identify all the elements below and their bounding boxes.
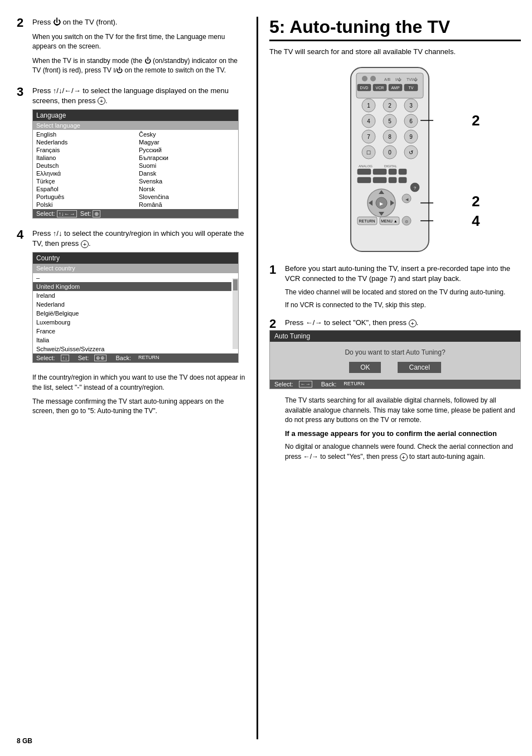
svg-text:TV: TV: [408, 86, 413, 90]
right-step-1: 1 Before you start auto-tuning the TV, i…: [269, 264, 521, 310]
list-item: Magyar: [139, 138, 235, 146]
right-column: 5: Auto-tuning the TV The TV will search…: [257, 17, 521, 739]
step-2-body2: When the TV is in standby mode (the ⏻ (o…: [32, 56, 245, 76]
svg-text:4: 4: [367, 118, 370, 124]
list-item: English: [36, 130, 132, 138]
list-item: Schweiz/Suisse/Svizzera: [33, 345, 231, 353]
svg-text:8: 8: [388, 134, 391, 140]
step-4: 4 Press ↑/↓ to select the country/region…: [17, 229, 245, 363]
svg-text:2: 2: [388, 103, 391, 109]
auto-tune-title: Auto Tuning: [270, 331, 520, 342]
list-item: Dansk: [139, 169, 235, 177]
list-item: Română: [139, 201, 235, 209]
step-4-heading: Press ↑/↓ to select the country/region i…: [32, 229, 245, 249]
svg-point-3: [370, 76, 376, 81]
list-item: Español: [36, 185, 132, 193]
auto-tune-body: Do you want to start Auto Tuning? OK Can…: [270, 342, 520, 380]
list-item: Slovenčina: [139, 193, 235, 201]
remote-label-4: 4: [472, 212, 480, 230]
list-item: Ireland: [33, 291, 231, 300]
right-step-1-body2: If no VCR is connected to the TV, skip t…: [285, 301, 521, 310]
remote-label-2b: 2: [472, 193, 480, 210]
svg-text:TVI/⏻: TVI/⏻: [407, 77, 418, 81]
list-item: Deutsch: [36, 162, 132, 169]
list-item: Norsk: [139, 185, 235, 193]
svg-text:6: 6: [409, 118, 413, 124]
auto-tune-ok[interactable]: OK: [349, 362, 381, 373]
svg-text:0: 0: [388, 149, 391, 156]
country-menu-subheader: Select country ▶: [33, 264, 238, 273]
list-item: France: [33, 327, 231, 336]
svg-text:7: 7: [367, 134, 370, 140]
list-item: Русский: [139, 146, 235, 154]
step-number-2: 2: [17, 17, 28, 29]
right-step-2-heading: Press ←/→ to select "OK", then press +.: [285, 318, 418, 328]
right-step-2-bold-heading: If a message appears for you to confirm …: [285, 429, 521, 439]
list-item: Italia: [33, 336, 231, 345]
right-step-2-body2: No digital or analogue channels were fou…: [285, 442, 521, 462]
list-item: Česky: [139, 130, 235, 138]
right-step-number-2: 2: [269, 318, 280, 330]
svg-rect-47: [389, 177, 396, 183]
svg-text:VCR: VCR: [375, 86, 384, 90]
list-item: United Kingdom: [33, 282, 231, 291]
right-step-1-heading: Before you start auto-tuning the TV, ins…: [285, 264, 521, 284]
svg-rect-45: [357, 177, 371, 183]
svg-text:↺: ↺: [409, 149, 413, 156]
country-menu-title: Country: [33, 253, 238, 264]
svg-rect-46: [373, 177, 386, 183]
svg-text:?: ?: [413, 186, 416, 191]
list-item: Svenska: [139, 177, 235, 185]
svg-text:⚙: ⚙: [405, 220, 408, 224]
step-number-4: 4: [17, 229, 28, 241]
list-item: België/Belgique: [33, 309, 231, 318]
svg-text:☐: ☐: [366, 150, 371, 156]
list-item: Suomi: [139, 162, 235, 169]
intro-text: The TV will search for and store all ava…: [269, 47, 521, 57]
step-3: 3 Press ↑/↓/←/→ to select the language d…: [17, 86, 245, 219]
remote-label-2a: 2: [472, 112, 480, 129]
list-item: Polski: [36, 201, 132, 209]
list-item: Ελληνικά: [36, 169, 132, 177]
svg-rect-48: [399, 177, 407, 183]
svg-text:1: 1: [367, 103, 370, 109]
remote-svg: A/B I/⏻ TVI/⏻ DVD VCR AMP TV 1 2: [334, 65, 446, 254]
list-item: –: [33, 273, 231, 282]
list-item: Nederlands: [36, 138, 132, 146]
step-2-heading: Press ⏻ on the TV (front).: [32, 17, 117, 28]
right-step-2: 2 Press ←/→ to select "OK", then press +…: [269, 318, 521, 462]
section-title: 5: Auto-tuning the TV: [269, 17, 521, 41]
note-2: The message confirming the TV start auto…: [32, 397, 245, 416]
svg-text:3: 3: [409, 103, 413, 109]
list-item: Français: [36, 146, 132, 154]
list-item: Português: [36, 193, 132, 201]
remote-container: A/B I/⏻ TVI/⏻ DVD VCR AMP TV 1 2: [334, 65, 457, 256]
list-item: Türkçe: [36, 177, 132, 185]
auto-tune-dialog: Auto Tuning Do you want to start Auto Tu…: [269, 330, 521, 389]
svg-text:9: 9: [409, 134, 413, 140]
svg-rect-44: [399, 169, 407, 175]
step-2-body1: When you switch on the TV for the first …: [32, 32, 245, 52]
country-menu-body: – United Kingdom Ireland Nederland Belgi…: [33, 273, 238, 353]
list-item: Luxembourg: [33, 318, 231, 327]
page-footer: 8 GB: [17, 737, 32, 745]
right-step-1-body1: The video channel will be located and st…: [285, 288, 521, 297]
auto-tune-cancel[interactable]: Cancel: [398, 362, 441, 373]
list-item: Italiano: [36, 154, 132, 162]
language-menu-title: Language: [33, 110, 238, 121]
svg-text:I/⏻: I/⏻: [395, 77, 402, 81]
list-item: Nederland: [33, 300, 231, 309]
svg-text:DVD: DVD: [360, 86, 368, 90]
svg-text:DIGITAL: DIGITAL: [384, 164, 398, 168]
language-menu-body: English Nederlands Français Italiano Deu…: [33, 130, 238, 209]
svg-text:ANALOG: ANALOG: [359, 164, 373, 168]
step-number-3: 3: [17, 86, 28, 98]
svg-text:RETURN: RETURN: [359, 219, 375, 223]
language-menu-table: Language Select language English Nederla…: [32, 109, 239, 219]
svg-text:▶: ▶: [380, 201, 384, 206]
language-col1: English Nederlands Français Italiano Deu…: [33, 130, 136, 209]
right-step-number-1: 1: [269, 264, 280, 276]
svg-text:A/B: A/B: [384, 77, 391, 81]
svg-text:MENU ▲: MENU ▲: [381, 219, 397, 223]
list-item: Български: [139, 154, 235, 162]
